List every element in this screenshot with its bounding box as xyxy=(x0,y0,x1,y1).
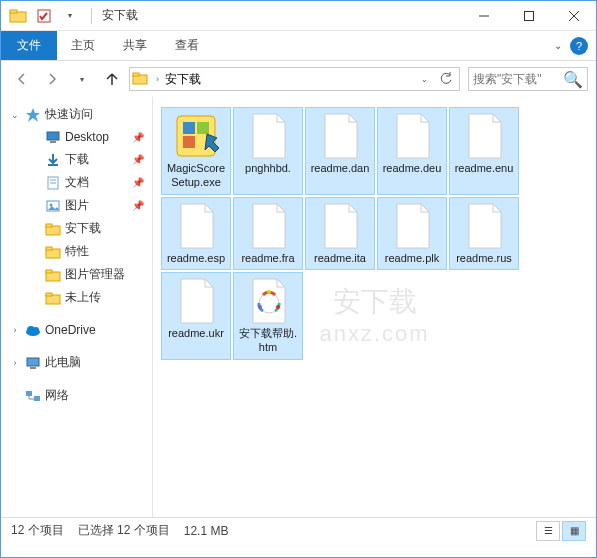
file-icon xyxy=(461,202,507,250)
file-list[interactable]: MagicScoreSetup.exepnghhbd.readme.danrea… xyxy=(153,97,596,517)
breadcrumb[interactable]: 安下载 xyxy=(161,71,205,88)
sidebar-item-label: OneDrive xyxy=(45,323,96,337)
file-name: readme.rus xyxy=(456,252,512,266)
sidebar-quick-access[interactable]: ⌄ 快速访问 xyxy=(1,103,152,126)
sidebar-item-label: 安下载 xyxy=(65,220,101,237)
svg-rect-4 xyxy=(524,11,533,20)
pc-icon xyxy=(25,355,41,371)
file-icon xyxy=(245,277,291,325)
file-name: readme.esp xyxy=(167,252,225,266)
properties-icon[interactable] xyxy=(33,5,55,27)
svg-rect-31 xyxy=(26,391,32,396)
pin-icon: 📌 xyxy=(132,154,144,165)
svg-rect-10 xyxy=(47,132,59,140)
file-item[interactable]: readme.fra xyxy=(233,197,303,271)
svg-point-41 xyxy=(258,305,262,309)
up-button[interactable] xyxy=(99,66,125,92)
tab-view[interactable]: 查看 xyxy=(161,31,213,60)
file-icon xyxy=(173,277,219,325)
cloud-icon xyxy=(25,322,41,338)
svg-rect-35 xyxy=(197,122,209,134)
sidebar-item-label: 图片管理器 xyxy=(65,266,125,283)
chevron-right-icon[interactable]: › xyxy=(9,325,21,335)
chevron-down-icon[interactable]: ⌄ xyxy=(9,110,21,120)
file-item[interactable]: readme.plk xyxy=(377,197,447,271)
folder-icon xyxy=(45,221,61,237)
sidebar-item-label: 图片 xyxy=(65,197,89,214)
sidebar-item[interactable]: 特性 xyxy=(21,240,152,263)
body: ⌄ 快速访问 Desktop📌下载📌文档📌图片📌安下载特性图片管理器未上传 › … xyxy=(1,97,596,517)
file-name: readme.plk xyxy=(385,252,439,266)
folder-icon xyxy=(45,244,61,260)
file-item[interactable]: 安下载帮助.htm xyxy=(233,272,303,360)
file-name: readme.dan xyxy=(311,162,370,176)
file-item[interactable]: readme.ita xyxy=(305,197,375,271)
address-bar[interactable]: › 安下载 ⌄ xyxy=(129,67,460,91)
sidebar-onedrive[interactable]: › OneDrive xyxy=(1,319,152,341)
svg-marker-9 xyxy=(26,108,40,122)
tab-share[interactable]: 共享 xyxy=(109,31,161,60)
svg-rect-19 xyxy=(46,224,52,227)
icons-view-button[interactable]: ▦ xyxy=(562,521,586,541)
file-icon xyxy=(173,112,219,160)
qat-dropdown-icon[interactable]: ▾ xyxy=(59,5,81,27)
recent-locations-button[interactable]: ▾ xyxy=(69,66,95,92)
search-box[interactable]: 🔍 xyxy=(468,67,588,91)
sidebar-this-pc[interactable]: › 此电脑 xyxy=(1,351,152,374)
file-icon xyxy=(461,112,507,160)
status-size: 12.1 MB xyxy=(184,524,229,538)
file-icon xyxy=(389,202,435,250)
chevron-right-icon[interactable]: › xyxy=(9,358,21,368)
ribbon-expand-icon[interactable]: ⌄ xyxy=(554,40,562,51)
file-item[interactable]: MagicScoreSetup.exe xyxy=(161,107,231,195)
file-icon xyxy=(389,112,435,160)
sidebar-item[interactable]: 文档📌 xyxy=(21,171,152,194)
file-icon xyxy=(173,202,219,250)
tab-home[interactable]: 主页 xyxy=(57,31,109,60)
sidebar-item[interactable]: 下载📌 xyxy=(21,148,152,171)
back-button[interactable] xyxy=(9,66,35,92)
file-item[interactable]: readme.enu xyxy=(449,107,519,195)
file-item[interactable]: readme.esp xyxy=(161,197,231,271)
file-name: 安下载帮助.htm xyxy=(236,327,300,355)
svg-rect-8 xyxy=(133,73,139,76)
minimize-button[interactable] xyxy=(461,1,506,30)
chevron-right-icon[interactable]: › xyxy=(154,74,161,84)
search-input[interactable] xyxy=(473,72,563,86)
folder-icon xyxy=(45,267,61,283)
svg-rect-34 xyxy=(183,122,195,134)
sidebar-item[interactable]: 图片📌 xyxy=(21,194,152,217)
sidebar-item[interactable]: 未上传 xyxy=(21,286,152,309)
forward-button[interactable] xyxy=(39,66,65,92)
refresh-button[interactable] xyxy=(435,72,457,86)
address-dropdown-icon[interactable]: ⌄ xyxy=(413,72,435,86)
file-item[interactable]: readme.deu xyxy=(377,107,447,195)
sidebar-item[interactable]: 安下载 xyxy=(21,217,152,240)
sidebar-item-label: 此电脑 xyxy=(45,354,81,371)
help-icon[interactable]: ? xyxy=(570,37,588,55)
sidebar-item[interactable]: 图片管理器 xyxy=(21,263,152,286)
file-icon xyxy=(317,112,363,160)
file-item[interactable]: readme.dan xyxy=(305,107,375,195)
svg-rect-21 xyxy=(46,247,52,250)
pin-icon: 📌 xyxy=(132,132,144,143)
sidebar-item[interactable]: Desktop📌 xyxy=(21,126,152,148)
sidebar-network[interactable]: 网络 xyxy=(1,384,152,407)
file-item[interactable]: pnghhbd. xyxy=(233,107,303,195)
file-name: readme.enu xyxy=(455,162,514,176)
file-item[interactable]: readme.ukr xyxy=(161,272,231,360)
file-item[interactable]: readme.rus xyxy=(449,197,519,271)
sidebar-item-label: 未上传 xyxy=(65,289,101,306)
maximize-button[interactable] xyxy=(506,1,551,30)
sidebar[interactable]: ⌄ 快速访问 Desktop📌下载📌文档📌图片📌安下载特性图片管理器未上传 › … xyxy=(1,97,153,517)
sidebar-item-label: 快速访问 xyxy=(45,106,93,123)
separator xyxy=(91,8,92,24)
file-tab[interactable]: 文件 xyxy=(1,31,57,60)
sidebar-item-label: Desktop xyxy=(65,130,109,144)
documents-icon xyxy=(45,175,61,191)
svg-rect-11 xyxy=(50,141,56,143)
pin-icon: 📌 xyxy=(132,177,144,188)
close-button[interactable] xyxy=(551,1,596,30)
details-view-button[interactable]: ☰ xyxy=(536,521,560,541)
svg-rect-1 xyxy=(10,10,17,13)
